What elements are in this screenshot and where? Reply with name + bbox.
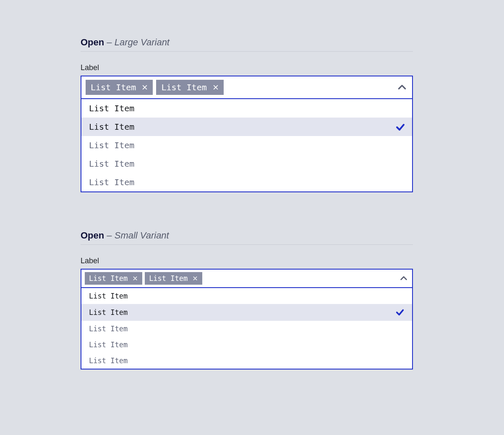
list-item[interactable]: List Item [81,288,412,304]
close-icon[interactable] [132,275,138,282]
selected-chip[interactable]: List Item [85,272,142,285]
list-item[interactable]: List Item [81,321,412,337]
chip-label: List Item [89,274,128,283]
list-item-selected[interactable]: List Item [81,304,412,321]
check-icon [395,122,405,131]
list-item-selected[interactable]: List Item [81,118,412,136]
field-label: Label [81,257,413,265]
chip-label: List Item [91,82,136,92]
section-title-dash: – [104,230,114,241]
multiselect-large: List Item List Item Li [81,76,413,192]
section-title: Open – Large Variant [81,37,413,52]
list-item[interactable]: List Item [81,136,412,155]
chevron-up-icon[interactable] [396,81,408,93]
list-item[interactable]: List Item [81,99,412,118]
close-icon[interactable] [141,84,149,91]
option-label: List Item [89,325,128,333]
multiselect-input[interactable]: List Item List Item [81,270,412,288]
option-label: List Item [89,103,134,113]
multiselect-small: List Item List Item Li [81,269,413,369]
section-title: Open – Small Variant [81,230,413,245]
option-label: List Item [89,341,128,349]
section-large: Open – Large Variant Label List Item Lis… [81,37,413,192]
close-icon[interactable] [212,84,219,91]
selected-chip[interactable]: List Item [145,272,202,285]
section-title-dash: – [104,37,114,47]
option-label: List Item [89,159,134,169]
list-item[interactable]: List Item [81,155,412,173]
option-label: List Item [89,308,128,317]
check-icon [395,308,405,317]
options-list: List Item List Item List Item List Item … [81,99,412,191]
options-list: List Item List Item List Item List Item … [81,288,412,369]
list-item[interactable]: List Item [81,353,412,369]
option-label: List Item [89,140,134,150]
section-title-variant: Large Variant [115,37,170,47]
option-label: List Item [89,177,134,187]
chip-label: List Item [161,82,206,92]
list-item[interactable]: List Item [81,173,412,191]
selected-chip[interactable]: List Item [86,80,153,95]
selected-chip[interactable]: List Item [156,80,223,95]
chip-label: List Item [149,274,188,283]
section-title-bold: Open [81,37,104,47]
option-label: List Item [89,356,128,365]
option-label: List Item [89,292,128,300]
field-label: Label [81,63,413,72]
section-title-variant: Small Variant [115,230,169,241]
list-item[interactable]: List Item [81,337,412,353]
section-small: Open – Small Variant Label List Item Lis… [81,230,413,369]
chevron-up-icon[interactable] [399,273,409,283]
multiselect-input[interactable]: List Item List Item [81,76,412,99]
close-icon[interactable] [192,275,198,282]
section-title-bold: Open [81,230,104,241]
option-label: List Item [89,122,134,132]
